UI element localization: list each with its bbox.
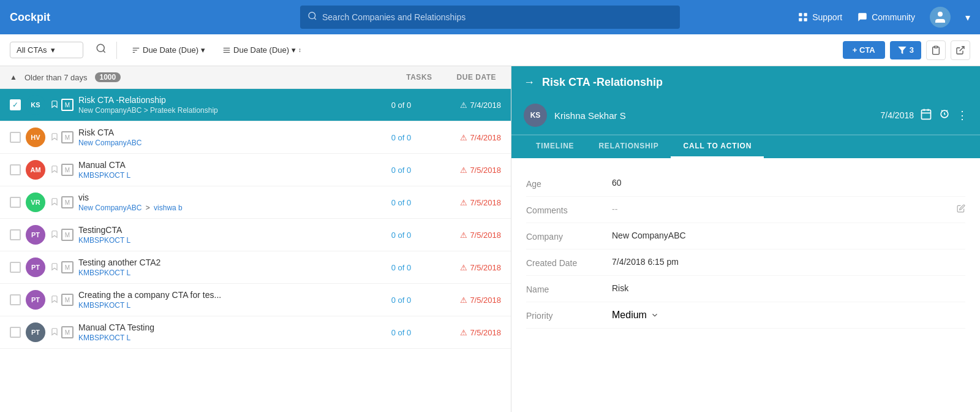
detail-back-arrow[interactable]: → — [524, 76, 535, 89]
bookmark-icon[interactable] — [50, 327, 59, 338]
more-options-icon[interactable]: ⋮ — [957, 109, 968, 122]
row-checkbox[interactable] — [10, 132, 21, 143]
detail-field-row: Age 60 — [526, 170, 965, 197]
cta-list-row[interactable]: PT M Testing another CTA2 KMBSPKOCT L 0 … — [0, 251, 511, 284]
row-action-icons: M — [50, 229, 74, 241]
tasks-value: 0 of 0 — [374, 101, 429, 110]
tasks-value: 0 of 0 — [374, 263, 429, 272]
svg-rect-16 — [934, 46, 937, 48]
export-icon-btn[interactable] — [951, 40, 970, 60]
row-checkbox[interactable] — [10, 197, 21, 208]
community-link[interactable]: Community — [857, 12, 915, 23]
cta-info: TestingCTA KMBSPKOCT L — [78, 225, 369, 245]
row-checkbox[interactable] — [10, 327, 21, 338]
bookmark-icon[interactable] — [50, 132, 59, 143]
cta-list-row[interactable]: PT M TestingCTA KMBSPKOCT L 0 of 0 ⚠ 7/5… — [0, 219, 511, 251]
detail-field-label: Priority — [526, 310, 600, 321]
row-avatar: KS — [26, 95, 45, 115]
priority-dropdown[interactable]: Medium — [612, 310, 659, 321]
detail-field-label: Comments — [526, 204, 600, 215]
detail-field-value: New CompanyABC — [612, 231, 965, 240]
detail-field-value: -- — [612, 204, 944, 214]
avatar-dropdown-icon[interactable]: ▾ — [965, 12, 970, 23]
detail-panel: → Risk CTA -Relationship KS Krishna Sekh… — [511, 66, 980, 412]
row-checkbox[interactable] — [10, 294, 21, 305]
tasks-value: 0 of 0 — [374, 296, 429, 305]
m-icon-box[interactable]: M — [61, 196, 74, 208]
tasks-value: 0 of 0 — [374, 231, 429, 240]
cta-list-row[interactable]: PT M Creating the a company CTA for tes.… — [0, 284, 511, 316]
detail-field-label: Age — [526, 178, 600, 189]
toolbar-right-actions: + CTA 3 — [843, 40, 970, 60]
row-checkbox[interactable] — [10, 229, 21, 240]
filter-button[interactable]: 3 — [890, 41, 921, 59]
warning-icon: ⚠ — [460, 166, 467, 175]
row-checkbox[interactable] — [10, 99, 21, 110]
cta-info: Risk CTA New CompanyABC — [78, 128, 369, 147]
m-icon-box[interactable]: M — [61, 164, 74, 176]
group-count-badge: 1000 — [95, 72, 121, 82]
cta-list-row[interactable]: HV M Risk CTA New CompanyABC 0 of 0 ⚠ 7/… — [0, 121, 511, 154]
bookmark-icon[interactable] — [50, 262, 59, 273]
edit-icon[interactable] — [957, 204, 965, 215]
main-layout: ▲ Older than 7 days 1000 Tasks Due Date … — [0, 66, 980, 412]
svg-rect-5 — [804, 18, 807, 21]
m-icon-box[interactable]: M — [61, 326, 74, 338]
all-ctas-dropdown[interactable]: All CTAs ▾ — [10, 42, 83, 58]
toolbar: All CTAs ▾ Due Date (Due) ▾ Due Date (Du… — [0, 34, 980, 66]
sort-by-duedate-btn2[interactable]: Due Date (Due) ▾ ↕ — [217, 42, 306, 58]
tab-relationship[interactable]: RELATIONSHIP — [586, 135, 671, 158]
detail-subheader: KS Krishna Sekhar S 7/4/2018 ⋮ — [511, 99, 980, 135]
user-avatar[interactable] — [930, 7, 951, 28]
duedate-value: ⚠ 7/5/2018 — [434, 263, 501, 272]
cta-info: Testing another CTA2 KMBSPKOCT L — [78, 258, 369, 277]
m-icon-box[interactable]: M — [61, 294, 74, 306]
tab-timeline[interactable]: TIMELINE — [524, 135, 586, 158]
bookmark-icon[interactable] — [50, 165, 59, 175]
search-input[interactable] — [322, 12, 673, 22]
detail-field-label: Name — [526, 283, 600, 294]
bookmark-icon[interactable] — [50, 100, 59, 110]
cta-list-panel: ▲ Older than 7 days 1000 Tasks Due Date … — [0, 66, 511, 412]
tab-call-to-action[interactable]: CALL TO ACTION — [671, 135, 764, 158]
row-checkbox[interactable] — [10, 164, 21, 175]
toolbar-search-icon[interactable] — [96, 43, 107, 57]
detail-field-value: 7/4/2018 6:15 pm — [612, 257, 965, 267]
clipboard-icon-btn[interactable] — [926, 40, 946, 60]
group-collapse-arrow[interactable]: ▲ — [10, 73, 17, 82]
group-header: ▲ Older than 7 days 1000 Tasks Due Date — [0, 66, 511, 89]
dropdown-chevron-icon: ▾ — [51, 45, 55, 55]
global-search — [300, 6, 680, 29]
duedate-value: ⚠ 7/4/2018 — [434, 133, 501, 142]
app-logo[interactable]: Cockpit — [10, 11, 59, 24]
cta-list-row[interactable]: KS M Risk CTA -Relationship New CompanyA… — [0, 89, 511, 121]
detail-field-row: Comments -- — [526, 197, 965, 223]
row-checkbox[interactable] — [10, 262, 21, 273]
sort-by-duedate-btn1[interactable]: Due Date (Due) ▾ — [127, 42, 210, 58]
m-icon-box[interactable]: M — [61, 261, 74, 273]
cta-list-row[interactable]: VR M vis New CompanyABC > vishwa b 0 of … — [0, 186, 511, 219]
m-icon-box[interactable]: M — [61, 99, 74, 111]
bookmark-icon[interactable] — [50, 295, 59, 305]
add-cta-button[interactable]: + CTA — [843, 41, 885, 59]
row-avatar: HV — [26, 128, 45, 147]
m-icon-box[interactable]: M — [61, 229, 74, 241]
tasks-col-header: Tasks — [406, 73, 432, 82]
detail-header: → Risk CTA -Relationship — [511, 66, 980, 99]
svg-line-8 — [103, 50, 105, 52]
svg-point-7 — [97, 44, 104, 52]
detail-field-row: Name Risk — [526, 276, 965, 302]
cta-list-row[interactable]: PT M Manual CTA Testing KMBSPKOCT L 0 of… — [0, 316, 511, 349]
duedate-value: ⚠ 7/5/2018 — [434, 198, 501, 207]
warning-icon: ⚠ — [460, 231, 467, 240]
bookmark-icon[interactable] — [50, 230, 59, 240]
tasks-value: 0 of 0 — [374, 133, 429, 142]
row-action-icons: M — [50, 326, 74, 338]
m-icon-box[interactable]: M — [61, 131, 74, 143]
svg-line-23 — [941, 110, 942, 110]
cta-list-row[interactable]: AM M Manual CTA KMBSPKOCT L 0 of 0 ⚠ 7/5… — [0, 154, 511, 186]
support-link[interactable]: Support — [797, 12, 842, 23]
calendar-icon[interactable] — [920, 108, 932, 123]
alarm-icon[interactable] — [938, 108, 951, 123]
bookmark-icon[interactable] — [50, 197, 59, 208]
